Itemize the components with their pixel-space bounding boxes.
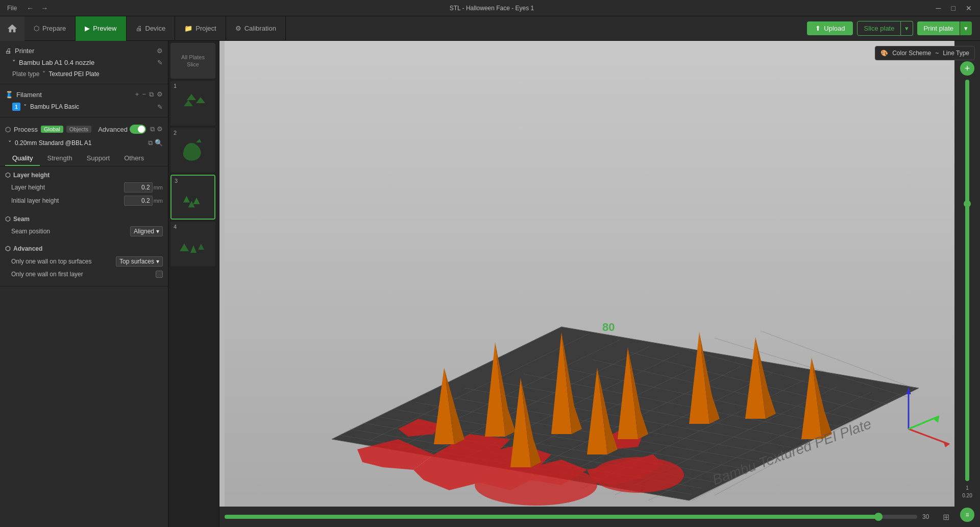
- color-scheme-separator: ~: [935, 50, 939, 57]
- layer-height-input[interactable]: [124, 182, 153, 193]
- plate-thumb-3[interactable]: 3: [170, 175, 215, 220]
- ruler-add-button[interactable]: +: [960, 61, 974, 76]
- layer-height-row: Layer height mm: [0, 181, 168, 194]
- all-plates-button[interactable]: All Plates Slice: [170, 43, 215, 79]
- svg-rect-3: [170, 222, 215, 267]
- ruler-layers-button[interactable]: ≡: [960, 508, 974, 522]
- one-wall-dropdown-icon: ▾: [156, 258, 159, 265]
- first-layer-checkbox-row: Only one wall on first layer: [5, 269, 163, 280]
- one-wall-setting: Only one wall on top surfaces Top surfac…: [5, 254, 163, 269]
- preset-search-icon[interactable]: 🔍: [155, 139, 163, 147]
- plate-thumb-2[interactable]: 2: [170, 128, 215, 173]
- badge-global[interactable]: Global: [41, 126, 63, 133]
- plate-thumb-1-preview: [170, 81, 215, 126]
- advanced-section-icon: ⬡: [5, 245, 10, 252]
- plate-thumb-4-preview: [170, 222, 215, 267]
- preview-icon: ▶: [85, 25, 90, 32]
- preset-dropdown-icon: ˅: [8, 139, 12, 147]
- close-button[interactable]: ✕: [963, 3, 975, 13]
- filament-edit-icon[interactable]: ✎: [157, 103, 163, 111]
- preset-copy-icon[interactable]: ⧉: [148, 139, 153, 147]
- ruler-bottom-value: 0.20: [962, 493, 972, 498]
- seam-position-dropdown[interactable]: Aligned ▾: [130, 226, 163, 236]
- preset-name-value[interactable]: 0.20mm Standard @BBL A1: [15, 139, 145, 147]
- initial-layer-value-group: mm: [124, 196, 163, 206]
- plate-4-num: 4: [174, 224, 177, 230]
- nav-forward-button[interactable]: →: [38, 3, 51, 13]
- sidebar: 🖨 Printer ⚙ ˅ Bambu Lab A1 0.4 nozzle ✎ …: [0, 41, 168, 527]
- viewport: 🎨 Color Scheme ~ Line Type 244 48.80: [219, 41, 980, 527]
- layer-height-title: ⬡ Layer height: [0, 170, 168, 181]
- nav-back-button[interactable]: ←: [24, 3, 36, 13]
- filament-copy-icon[interactable]: ⧉: [149, 90, 154, 99]
- plate-thumb-1[interactable]: 1: [170, 81, 215, 126]
- slice-dropdown-button[interactable]: ▾: [901, 21, 913, 36]
- printer-edit-icon[interactable]: ✎: [157, 59, 163, 66]
- advanced-toggle-switch[interactable]: [130, 125, 146, 134]
- print-plate-button[interactable]: Print plate: [917, 21, 960, 35]
- seam-position-value: Aligned: [134, 228, 154, 235]
- process-header: ⬡ Process Global Objects Advanced ⧉ ⚙: [0, 122, 168, 137]
- process-copy-icon[interactable]: ⧉: [150, 125, 155, 133]
- slice-plate-button[interactable]: Slice plate: [857, 21, 901, 36]
- badge-objects[interactable]: Objects: [66, 126, 91, 133]
- filament-add-icon[interactable]: +: [135, 90, 139, 99]
- ruler-handle[interactable]: [964, 200, 971, 207]
- viewport-scene: Bambu Textured PEI Plate 80: [219, 41, 980, 527]
- printer-section: 🖨 Printer ⚙ ˅ Bambu Lab A1 0.4 nozzle ✎ …: [0, 41, 168, 84]
- tab-others[interactable]: Others: [117, 151, 151, 166]
- print-btn-group: Print plate ▾: [917, 21, 972, 35]
- filament-name-value[interactable]: Bambu PLA Basic: [30, 103, 154, 110]
- tab-quality[interactable]: Quality: [5, 151, 40, 166]
- one-wall-label: Only one wall on top surfaces: [11, 258, 112, 265]
- process-label: Process: [14, 126, 38, 133]
- progress-bar[interactable]: [225, 515, 917, 519]
- filament-section: 🧵 Filament + − ⧉ ⚙ 1 ˅ Bambu PLA Basic ✎: [0, 84, 168, 117]
- tab-calibration[interactable]: ⚙ Calibration: [226, 16, 286, 41]
- layer-height-label: Layer height: [13, 172, 50, 179]
- tab-prepare[interactable]: ⬡ Prepare: [24, 16, 76, 41]
- svg-rect-0: [170, 81, 215, 126]
- ruler-track[interactable]: [965, 80, 969, 481]
- plate-type-value[interactable]: Textured PEI Plate: [48, 70, 99, 78]
- filament-controls: + − ⧉ ⚙: [135, 90, 163, 99]
- tab-project[interactable]: 📁 Project: [175, 16, 226, 41]
- right-ruler: 244 48.80 + 1 0.20 ≡: [954, 41, 980, 527]
- tab-device[interactable]: 🖨 Device: [127, 16, 176, 41]
- printer-name-value[interactable]: Bambu Lab A1 0.4 nozzle: [19, 59, 94, 66]
- first-layer-label: Only one wall on first layer: [11, 271, 152, 278]
- filament-remove-icon[interactable]: −: [142, 90, 146, 99]
- preset-icons: ⧉ 🔍: [148, 139, 163, 147]
- tab-device-label: Device: [145, 25, 166, 32]
- progress-handle[interactable]: [874, 513, 883, 521]
- process-icons: ⧉ ⚙: [150, 125, 163, 133]
- process-icon: ⬡: [5, 126, 11, 133]
- project-icon: 📁: [184, 25, 192, 32]
- color-scheme-label: Color Scheme: [892, 50, 931, 57]
- filament-settings-icon[interactable]: ⚙: [157, 90, 163, 99]
- tab-preview[interactable]: ▶ Preview: [76, 16, 126, 41]
- seam-position-label: Seam position: [11, 228, 128, 235]
- process-settings-icon[interactable]: ⚙: [157, 125, 163, 133]
- minimize-button[interactable]: ─: [933, 3, 944, 13]
- nav-right-buttons: ⬆ Upload Slice plate ▾ Print plate ▾: [807, 21, 980, 36]
- print-dropdown-button[interactable]: ▾: [960, 21, 972, 35]
- printer-settings-icon[interactable]: ⚙: [157, 47, 163, 55]
- plate-thumb-3-preview: [172, 176, 215, 220]
- layer-height-group: ⬡ Layer height Layer height mm Initial l…: [0, 166, 168, 210]
- printer-header: 🖨 Printer ⚙: [0, 45, 168, 57]
- first-layer-checkbox[interactable]: [156, 271, 163, 278]
- plate-thumb-4[interactable]: 4: [170, 222, 215, 267]
- color-scheme-value[interactable]: Line Type: [943, 50, 969, 57]
- tab-support[interactable]: Support: [80, 151, 117, 166]
- upload-button[interactable]: ⬆ Upload: [807, 21, 853, 35]
- plate-2-num: 2: [174, 130, 177, 136]
- file-menu[interactable]: File: [5, 4, 19, 13]
- svg-text:80: 80: [602, 321, 615, 333]
- one-wall-dropdown[interactable]: Top surfaces ▾: [116, 256, 163, 267]
- layers-icon[interactable]: ⊞: [943, 512, 949, 522]
- initial-layer-input[interactable]: [124, 196, 153, 206]
- tab-strength[interactable]: Strength: [40, 151, 79, 166]
- maximize-button[interactable]: □: [948, 3, 959, 13]
- home-button[interactable]: [0, 16, 24, 41]
